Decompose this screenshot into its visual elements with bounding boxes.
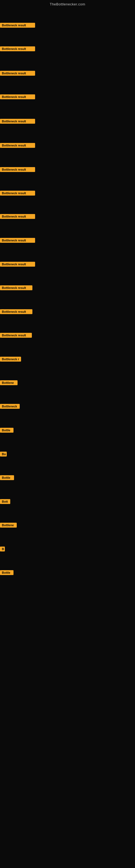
bottleneck-tag-17[interactable]: Bottleneck [0, 404, 20, 409]
bottleneck-tag-row-2: Bottleneck result [0, 46, 35, 52]
bottleneck-tag-row-6: Bottleneck result [0, 143, 35, 149]
bottleneck-tag-14[interactable]: Bottleneck result [0, 333, 32, 338]
bottleneck-tag-row-9: Bottleneck result [0, 214, 35, 220]
bottleneck-tag-row-8: Bottleneck result [0, 191, 35, 197]
bottleneck-tag-row-10: Bottleneck result [0, 238, 35, 244]
bottleneck-tag-row-11: Bottleneck result [0, 262, 35, 268]
bottleneck-tag-row-15: Bottleneck r [0, 357, 21, 363]
bottleneck-tag-4[interactable]: Bottleneck result [0, 94, 35, 99]
site-header: TheBottlenecker.com [0, 0, 135, 7]
bottleneck-tag-20[interactable]: Bottle [0, 475, 14, 480]
bottleneck-tag-1[interactable]: Bottleneck result [0, 23, 35, 28]
bottleneck-tag-19[interactable]: Bo [0, 452, 7, 457]
bottleneck-tag-24[interactable]: Bottle [0, 570, 13, 575]
bottleneck-tag-row-1: Bottleneck result [0, 23, 35, 29]
bottleneck-tag-row-16: Bottlene [0, 380, 17, 386]
bottleneck-tag-2[interactable]: Bottleneck result [0, 46, 35, 51]
bottleneck-tag-22[interactable]: Bottlene [0, 523, 17, 528]
bottleneck-tag-9[interactable]: Bottleneck result [0, 214, 35, 219]
bottleneck-tag-12[interactable]: Bottleneck result [0, 285, 32, 290]
bottleneck-tag-row-21: Bott [0, 499, 10, 505]
bottleneck-tag-3[interactable]: Bottleneck result [0, 71, 35, 76]
bottleneck-tag-18[interactable]: Bottle [0, 428, 13, 433]
bottleneck-tag-row-14: Bottleneck result [0, 333, 32, 339]
bottleneck-tag-15[interactable]: Bottleneck r [0, 357, 21, 362]
bottleneck-tag-row-12: Bottleneck result [0, 285, 32, 291]
bottleneck-tag-7[interactable]: Bottleneck result [0, 167, 35, 172]
bottleneck-tag-row-13: Bottleneck result [0, 309, 32, 315]
bottleneck-tag-row-18: Bottle [0, 428, 13, 434]
bottleneck-tag-16[interactable]: Bottlene [0, 380, 17, 385]
bottleneck-tag-row-24: Bottle [0, 570, 13, 576]
bottleneck-tag-row-19: Bo [0, 452, 7, 458]
bottleneck-tag-21[interactable]: Bott [0, 499, 10, 504]
bottleneck-tag-row-5: Bottleneck result [0, 119, 35, 125]
bottleneck-tag-row-17: Bottleneck [0, 404, 20, 410]
site-title: TheBottlenecker.com [50, 2, 85, 6]
bottleneck-tag-10[interactable]: Bottleneck result [0, 238, 35, 243]
bottleneck-tag-row-23: B [0, 547, 5, 553]
bottleneck-tag-row-22: Bottlene [0, 523, 17, 529]
bottleneck-tag-23[interactable]: B [0, 547, 5, 552]
bottleneck-tag-6[interactable]: Bottleneck result [0, 143, 35, 148]
bottleneck-tag-row-7: Bottleneck result [0, 167, 35, 173]
bottleneck-tag-row-20: Bottle [0, 475, 14, 481]
bottleneck-tag-row-3: Bottleneck result [0, 71, 35, 77]
bottleneck-tag-13[interactable]: Bottleneck result [0, 309, 32, 314]
bottleneck-tag-11[interactable]: Bottleneck result [0, 262, 35, 267]
bottleneck-tag-row-4: Bottleneck result [0, 94, 35, 100]
bottleneck-tag-8[interactable]: Bottleneck result [0, 191, 35, 195]
bottleneck-tag-5[interactable]: Bottleneck result [0, 119, 35, 124]
